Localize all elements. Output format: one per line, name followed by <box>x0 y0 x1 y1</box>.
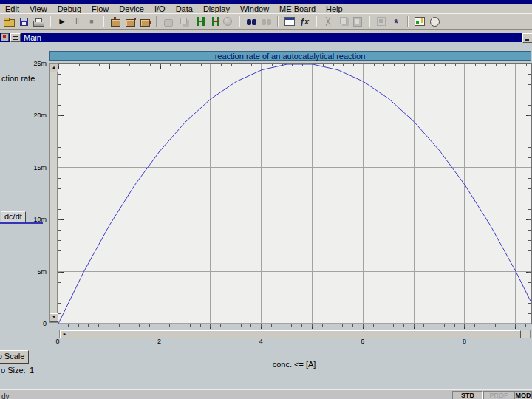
statusbar: dy STDPROFMOD <box>0 389 532 399</box>
y-tick-label: 20m <box>22 112 47 119</box>
x-axis-scrollbar[interactable]: ◄ ► <box>59 330 531 338</box>
find-next-glyph <box>262 19 271 25</box>
scroll-right-icon[interactable]: ► <box>60 330 69 338</box>
properties-glyph <box>284 17 295 26</box>
toolbar-separator <box>277 16 279 27</box>
menu-help[interactable]: Help <box>321 4 348 13</box>
print-glyph <box>33 21 44 27</box>
auto-scale-button[interactable]: o Scale <box>0 350 29 364</box>
toolbar-separator <box>239 16 240 27</box>
status-panel-prof: PROF <box>483 391 514 399</box>
breakpoint-glyph: * <box>394 19 398 27</box>
find-glyph <box>247 19 256 25</box>
pause-icon: ‖ <box>69 15 84 28</box>
toolbar-separator <box>369 16 370 27</box>
x-tick-label: 8 <box>456 338 472 345</box>
window-icon <box>1 33 9 41</box>
hand-glyph <box>164 19 173 27</box>
y-tick-label: 15m <box>22 164 47 171</box>
x-ticks-bottom <box>58 324 531 329</box>
block-1-glyph <box>111 19 120 27</box>
globe-icon <box>220 15 235 28</box>
screen: EditViewDebugFlowDeviceI/ODataDisplayWin… <box>0 0 532 399</box>
block-3-icon[interactable] <box>137 15 152 28</box>
size-label: o Size: <box>1 366 26 375</box>
reconnect-glyph <box>212 17 214 26</box>
block-3-glyph <box>140 19 150 27</box>
block-2-glyph <box>126 19 135 27</box>
x-axis-caption: conc. <= [A] <box>58 360 531 369</box>
menu-window[interactable]: Window <box>235 4 274 13</box>
duplicate-icon <box>176 15 191 28</box>
run-glyph: ► <box>58 17 66 26</box>
y-tick-label: 0 <box>22 320 47 327</box>
run-icon[interactable]: ► <box>55 15 69 28</box>
cut-glyph: ╳ <box>326 17 330 26</box>
block-2-icon[interactable] <box>123 15 137 28</box>
system-menu-icon[interactable] <box>10 33 21 42</box>
pause-glyph: ‖ <box>75 17 78 26</box>
reaction-rate-curve <box>58 64 531 324</box>
function-glyph: ƒx <box>300 17 309 26</box>
menu-i-o[interactable]: I/O <box>149 4 171 13</box>
menu-device[interactable]: Device <box>114 4 149 13</box>
toolbar-separator <box>407 16 409 27</box>
scrollbar-thumb[interactable] <box>69 330 521 338</box>
status-text: dy <box>1 392 10 399</box>
toolbar-separator <box>316 16 317 27</box>
minimize-button[interactable] <box>522 33 532 43</box>
connect-glyph <box>197 17 200 26</box>
status-panel-std: STD <box>452 391 483 399</box>
status-panel-mod: MOD <box>514 391 532 399</box>
toolbar-separator <box>50 16 51 27</box>
menu-view[interactable]: View <box>24 4 52 13</box>
reconnect-icon[interactable] <box>205 15 220 28</box>
size-value[interactable]: 1 <box>30 366 34 375</box>
stop-glyph: ■ <box>89 17 93 26</box>
plot-title: reaction rate of an autocatalytical reac… <box>49 51 531 61</box>
block-1-icon[interactable] <box>108 15 123 28</box>
paste-glyph <box>353 17 362 27</box>
y-tick-label: 25m <box>22 60 47 67</box>
print-icon[interactable] <box>31 15 46 28</box>
x-tick-label: 2 <box>151 338 168 345</box>
main-window-titlebar[interactable]: Main <box>0 33 532 42</box>
copy-glyph <box>340 17 347 24</box>
connect-icon[interactable] <box>191 15 205 28</box>
insert-glyph <box>377 17 386 26</box>
open-glyph <box>4 19 15 27</box>
menubar: EditViewDebugFlowDeviceI/ODataDisplayWin… <box>0 4 532 13</box>
timer-icon[interactable] <box>427 15 442 28</box>
open-icon[interactable] <box>1 15 16 28</box>
save-icon[interactable] <box>16 15 31 28</box>
paste-icon <box>350 15 365 28</box>
window-title: Main <box>24 33 41 42</box>
y-axis-scrollbar[interactable]: ▲ ▼ <box>49 63 58 323</box>
properties-icon[interactable] <box>282 15 297 28</box>
menu-edit[interactable]: Edit <box>0 4 24 13</box>
copy-icon <box>335 15 350 28</box>
plot-area[interactable] <box>58 63 532 324</box>
breakpoint-icon[interactable]: * <box>389 15 403 28</box>
cut-icon: ╳ <box>321 15 335 28</box>
menu-flow[interactable]: Flow <box>86 4 114 13</box>
find-next-icon <box>259 15 273 28</box>
menu-display[interactable]: Display <box>198 4 235 13</box>
duplicate-glyph <box>180 18 187 24</box>
toolbar: ►‖■ƒx╳* <box>0 13 532 30</box>
find-icon[interactable] <box>244 15 259 28</box>
hand-icon <box>161 15 176 28</box>
insert-icon <box>374 15 389 28</box>
toolbar-separator <box>103 16 104 27</box>
stop-icon: ■ <box>84 15 99 28</box>
y-tick-label: 10m <box>22 216 47 223</box>
globe-glyph <box>223 17 232 26</box>
toolbar-separator <box>156 16 157 27</box>
chart-icon[interactable] <box>412 15 427 28</box>
menu-data[interactable]: Data <box>171 4 198 13</box>
y-axis-labels: 25m20m15m10m5m0 <box>22 63 47 323</box>
menu-debug[interactable]: Debug <box>52 4 86 13</box>
menu-me-board[interactable]: ME Board <box>274 4 321 13</box>
x-tick-label: 0 <box>50 338 66 345</box>
function-icon[interactable]: ƒx <box>297 15 312 28</box>
